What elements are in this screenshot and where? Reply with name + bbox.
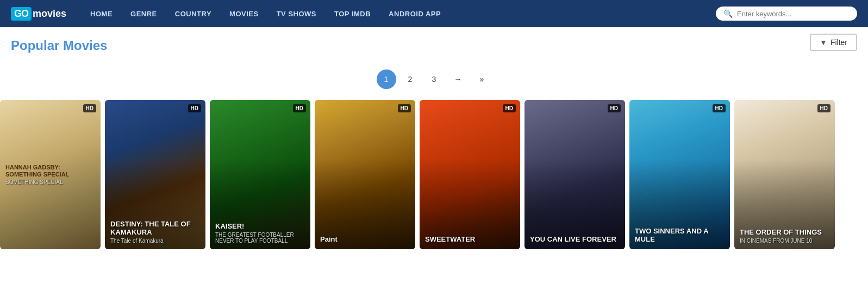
search-bar[interactable]: 🔍 bbox=[716, 7, 857, 21]
movie-subtitle: SOMETHING SPECIAL bbox=[5, 179, 63, 185]
filter-label: Filter bbox=[830, 38, 847, 47]
movie-subtitle: The Tale of Kamakura bbox=[110, 238, 200, 244]
movie-title: THE ORDER OF THINGS bbox=[740, 228, 829, 237]
page-btn-next[interactable]: → bbox=[448, 69, 468, 89]
movie-title: DESTINY: THE TALE OF KAMAKURA bbox=[110, 220, 200, 237]
nav-link-top-imdb[interactable]: TOP IMDB bbox=[327, 0, 378, 27]
logo[interactable]: GO movies bbox=[11, 7, 66, 21]
nav-link-country[interactable]: COUNTRY bbox=[167, 0, 219, 27]
nav-link-genre[interactable]: GENRE bbox=[123, 0, 165, 27]
movie-card-4[interactable]: HDPaint bbox=[315, 100, 415, 249]
nav-links: HOMEGENRECOUNTRYMOVIESTV SHOWSTOP IMDBAN… bbox=[83, 0, 710, 27]
movie-card-1[interactable]: HDHANNAH GADSBY: SOMETHING SPECIALSOMETH… bbox=[0, 100, 101, 249]
page-title: Popular Movies bbox=[11, 38, 107, 53]
page-btn-2[interactable]: 2 bbox=[401, 69, 420, 89]
pagination: 123→» bbox=[0, 69, 868, 89]
logo-movies: movies bbox=[33, 8, 66, 20]
movie-card-8[interactable]: HDTHE ORDER OF THINGSIN CINEMAS FROM JUN… bbox=[734, 100, 835, 249]
movie-title: Paint bbox=[320, 235, 410, 244]
movie-card-6[interactable]: HDYOU CAN LIVE FOREVER bbox=[524, 100, 625, 249]
movie-title: SWEETWATER bbox=[425, 235, 515, 244]
page-title-highlight: Movies bbox=[63, 38, 107, 53]
movie-title: HANNAH GADSBY: SOMETHING SPECIAL bbox=[5, 164, 95, 178]
page-title-plain: Popular bbox=[11, 38, 63, 53]
movie-card-7[interactable]: HDTWO SINNERS AND A MULE bbox=[629, 100, 730, 249]
navbar: GO movies HOMEGENRECOUNTRYMOVIESTV SHOWS… bbox=[0, 0, 868, 27]
movie-subtitle: IN CINEMAS FROM JUNE 10 bbox=[740, 238, 829, 244]
page-btn-3[interactable]: 3 bbox=[424, 69, 444, 89]
page-btn-1[interactable]: 1 bbox=[377, 69, 396, 89]
main-content: Popular Movies bbox=[0, 27, 868, 59]
search-icon: 🔍 bbox=[723, 9, 733, 18]
search-input[interactable] bbox=[737, 10, 850, 18]
movie-grid: HDHANNAH GADSBY: SOMETHING SPECIALSOMETH… bbox=[0, 94, 868, 255]
nav-link-android-app[interactable]: ANDROID APP bbox=[381, 0, 448, 27]
movie-card-2[interactable]: HDDESTINY: THE TALE OF KAMAKURAThe Tale … bbox=[105, 100, 205, 249]
page-btn-last[interactable]: » bbox=[472, 69, 492, 89]
filter-button[interactable]: ▼ Filter bbox=[810, 34, 857, 51]
movie-card-5[interactable]: HDSWEETWATER bbox=[420, 100, 520, 249]
movie-title: YOU CAN LIVE FOREVER bbox=[530, 235, 620, 244]
header-area: Popular Movies bbox=[11, 38, 857, 53]
movie-subtitle: THE GREATEST FOOTBALLER NEVER TO PLAY FO… bbox=[215, 232, 305, 244]
nav-link-tv-shows[interactable]: TV SHOWS bbox=[269, 0, 324, 27]
movie-title: TWO SINNERS AND A MULE bbox=[635, 227, 725, 244]
filter-icon: ▼ bbox=[820, 38, 827, 47]
nav-link-movies[interactable]: MOVIES bbox=[222, 0, 266, 27]
movie-title: KAISER! bbox=[215, 222, 305, 231]
movie-card-3[interactable]: HDKAISER!THE GREATEST FOOTBALLER NEVER T… bbox=[210, 100, 310, 249]
logo-go: GO bbox=[11, 7, 32, 21]
nav-link-home[interactable]: HOME bbox=[83, 0, 120, 27]
